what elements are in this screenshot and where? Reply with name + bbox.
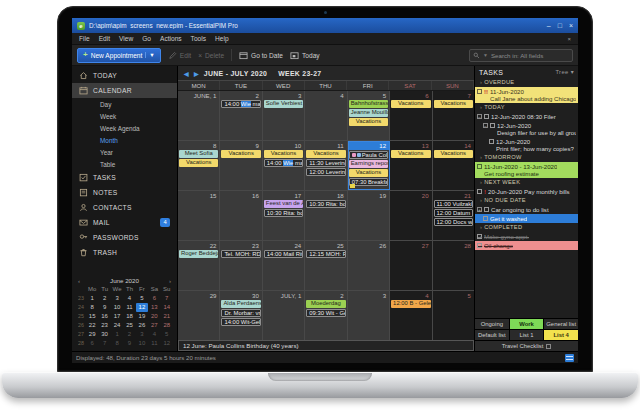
menu-help[interactable]: Help xyxy=(215,35,229,42)
event[interactable]: Tel. MOH: RDV Ru xyxy=(221,250,260,258)
task-group-today[interactable]: ›TODAY xyxy=(475,103,578,112)
task-group-next-week[interactable]: ›NEXT WEEK xyxy=(475,178,578,187)
day-cell-JULY1[interactable]: JULY, 1 xyxy=(263,291,305,340)
prev-week-icon[interactable]: ◀ xyxy=(184,70,189,77)
task-checkbox[interactable] xyxy=(483,216,488,221)
day-cell-20[interactable]: 20 xyxy=(390,191,432,240)
task-checkbox[interactable] xyxy=(489,139,494,144)
mini-cal-next-icon[interactable]: › xyxy=(169,277,171,284)
mini-cal-day[interactable]: 13 xyxy=(148,303,160,312)
close-button[interactable]: × xyxy=(569,22,573,29)
event[interactable]: Earnings report xyxy=(349,160,388,168)
event[interactable]: Alda Perdaens (7 xyxy=(221,300,260,308)
menu-view[interactable]: View xyxy=(119,35,133,42)
mini-cal-day[interactable]: 6 xyxy=(148,294,160,303)
task-group-overdue[interactable]: ›OVERDUE xyxy=(475,78,578,87)
mini-cal-day[interactable]: 30 xyxy=(98,330,110,339)
event[interactable]: 12:00 B - Gele Kru xyxy=(391,300,430,308)
day-cell-18[interactable]: 1810:30 Rita: boods xyxy=(305,191,347,240)
mini-cal-day[interactable]: 4 xyxy=(123,294,135,303)
day-cell-22[interactable]: 22Roger Beddejan xyxy=(178,241,220,290)
event[interactable]: 12:00 Datum Mor xyxy=(434,209,473,217)
day-cell-5[interactable]: 5 xyxy=(433,291,474,340)
sidebar-item-today[interactable]: TODAY xyxy=(72,68,177,83)
event[interactable]: 12:00 Docs wilsw xyxy=(434,218,473,226)
sidebar-view-year[interactable]: Year xyxy=(72,146,177,158)
sidebar-item-passwords[interactable]: PASSWORDS xyxy=(72,230,177,245)
task-item[interactable]: ✓Oil change xyxy=(475,241,578,250)
task-item[interactable]: Get it washed xyxy=(475,214,578,223)
sidebar-view-week[interactable]: Week xyxy=(72,110,177,122)
mini-cal-day[interactable]: 4 xyxy=(148,330,160,339)
go-to-date-button[interactable]: Go to Date xyxy=(239,51,283,60)
tree-mode-dropdown[interactable]: Tree ▾ xyxy=(555,69,574,75)
event[interactable]: Vacations xyxy=(434,100,473,108)
event[interactable]: Vacations xyxy=(349,169,388,177)
task-item[interactable]: −12-Jun-2020Design filer for use by all … xyxy=(475,121,578,137)
mini-cal-day[interactable]: 8 xyxy=(111,339,123,348)
task-item[interactable]: 12-Jun-2020Print filer; how many copies? xyxy=(475,137,578,153)
event[interactable]: Vacations xyxy=(391,100,430,108)
tree-expander-icon[interactable]: − xyxy=(483,123,488,128)
event[interactable]: 12:00 Levering 2e xyxy=(306,168,345,176)
search-input[interactable]: ▼ Search in: All fields xyxy=(469,49,573,62)
day-cell-19[interactable]: 19 xyxy=(348,191,390,240)
event[interactable]: Vacations xyxy=(391,150,430,158)
event[interactable]: Meet Sofia xyxy=(179,150,218,158)
day-cell-4[interactable]: 412:00 B - Gele Kru xyxy=(390,291,432,340)
event[interactable]: 10:30 Rita: boosch xyxy=(264,209,303,217)
mini-cal-day[interactable]: 10 xyxy=(136,339,148,348)
day-cell-21[interactable]: 2111:00 Vuilzakken b12:00 Datum Mor12:00… xyxy=(433,191,474,240)
tab-list-1[interactable]: List 1 xyxy=(510,330,545,340)
day-cell-13[interactable]: 13Vacations xyxy=(390,141,432,190)
mini-cal-day[interactable]: 7 xyxy=(161,294,173,303)
task-group-tomorrow[interactable]: ›TOMORROW xyxy=(475,153,578,162)
tree-expander-icon[interactable]: − xyxy=(477,114,482,119)
task-item[interactable]: !!11-Jun-2020Call Jane about adding Chic… xyxy=(475,87,578,103)
event[interactable]: 09:30 Wit - Gele K xyxy=(306,309,345,317)
mini-cal-day[interactable]: 14 xyxy=(161,303,173,312)
event[interactable]: 14:00 Wie mail b xyxy=(264,159,303,167)
tab-work[interactable]: Work xyxy=(510,319,545,329)
menu-tools[interactable]: Tools xyxy=(191,35,206,42)
sidebar-item-notes[interactable]: NOTES xyxy=(72,185,177,200)
day-cell-14[interactable]: 14Vacations xyxy=(433,141,474,190)
day-cell-25[interactable]: 2512:15 MOH: Radio xyxy=(305,241,347,290)
collapse-icon[interactable]: › xyxy=(480,79,482,85)
event[interactable]: 11:30 Levering Ch xyxy=(306,159,345,167)
day-cell-15[interactable]: 15 xyxy=(178,191,220,240)
day-cell-3[interactable]: 3 xyxy=(348,291,390,340)
event[interactable]: 10:30 Rita: boods xyxy=(306,200,345,208)
day-cell-29[interactable]: 29 xyxy=(178,291,220,340)
task-item[interactable]: −12-Jun-2020 08:30 Filer xyxy=(475,112,578,121)
mini-cal-day[interactable]: 24 xyxy=(111,321,123,330)
event[interactable]: Vacations xyxy=(179,159,218,167)
task-checkbox[interactable]: ✓ xyxy=(477,234,482,239)
event[interactable]: 12:15 MOH: Radio xyxy=(306,250,345,258)
mini-cal-day[interactable]: 25 xyxy=(123,321,135,330)
chevron-down-icon[interactable]: ▼ xyxy=(145,52,154,58)
day-cell-30[interactable]: 30Alda Perdaens (7Dr. Morbar: vm14:00 Wi… xyxy=(220,291,262,340)
mini-cal-day[interactable]: 3 xyxy=(136,330,148,339)
event[interactable]: Vacations xyxy=(434,150,473,158)
day-cell-16[interactable]: 16 xyxy=(220,191,262,240)
event[interactable]: Moederdag xyxy=(306,300,345,308)
day-cell-4[interactable]: 4 xyxy=(305,91,347,140)
mini-cal-day[interactable]: 12 xyxy=(161,339,173,348)
tab-default-list[interactable]: Default list xyxy=(475,330,510,340)
mini-cal-day[interactable]: 15 xyxy=(86,312,98,321)
mini-cal-day[interactable]: 27 xyxy=(148,321,160,330)
event[interactable]: Paula Collin xyxy=(349,151,388,159)
day-cell-5[interactable]: 5BahnhofstrasseJeanne MouillardVacations xyxy=(348,91,390,140)
task-group-no-due-date[interactable]: ›NO DUE DATE xyxy=(475,196,578,205)
sidebar-view-table[interactable]: Table xyxy=(72,158,177,170)
day-cell-26[interactable]: 26 xyxy=(348,241,390,290)
sidebar-item-tasks[interactable]: TASKS xyxy=(72,170,177,185)
next-week-icon[interactable]: ▶ xyxy=(194,70,199,77)
sync-icon[interactable] xyxy=(565,354,574,362)
day-cell-9[interactable]: 9Vacations xyxy=(220,141,262,190)
event[interactable]: Jeanne Mouillard xyxy=(349,109,388,117)
event[interactable]: 11:00 Vuilzakken b xyxy=(434,200,473,208)
collapse-icon[interactable]: › xyxy=(480,179,482,185)
mini-cal-day[interactable]: 26 xyxy=(136,321,148,330)
